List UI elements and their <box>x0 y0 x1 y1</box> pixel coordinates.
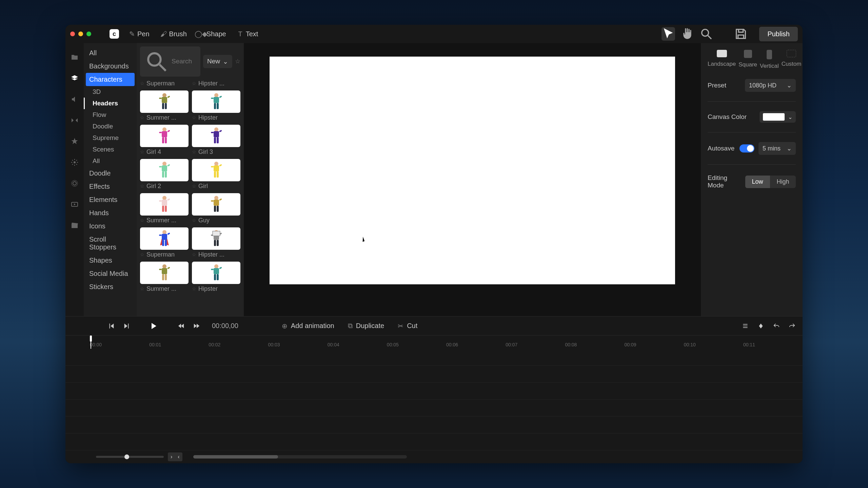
canvas-area[interactable] <box>244 43 701 316</box>
timeline-forward-button[interactable] <box>193 323 200 329</box>
rail-settings-icon[interactable] <box>71 158 79 166</box>
asset-card[interactable]: ☆Superman <box>140 80 189 87</box>
category-all[interactable]: All <box>84 46 137 60</box>
zoom-slider[interactable] <box>96 456 164 458</box>
playhead[interactable] <box>90 336 92 342</box>
timeline-ruler[interactable]: 00:0000:0100:0200:0300:0400:0500:0600:07… <box>65 335 803 349</box>
subcategory-supreme[interactable]: Supreme <box>84 132 137 144</box>
asset-favorite-filter[interactable]: ☆ <box>235 58 240 65</box>
subcategory-flow[interactable]: Flow <box>84 109 137 121</box>
rail-clapper-icon[interactable] <box>71 221 79 229</box>
subcategory-doodle[interactable]: Doodle <box>84 121 137 132</box>
rail-record-icon[interactable] <box>71 179 79 187</box>
category-scroll-stoppers[interactable]: Scroll Stoppers <box>84 233 137 254</box>
category-doodle[interactable]: Doodle <box>84 167 137 180</box>
favorite-star-icon[interactable]: ☆ <box>192 183 196 189</box>
rail-transition-icon[interactable] <box>71 116 79 124</box>
favorite-star-icon[interactable]: ☆ <box>140 183 144 189</box>
category-hands[interactable]: Hands <box>84 206 137 220</box>
category-effects[interactable]: Effects <box>84 180 137 193</box>
asset-card[interactable]: ☆Girl 2 <box>140 159 189 190</box>
category-characters[interactable]: Characters <box>86 73 135 86</box>
favorite-star-icon[interactable]: ☆ <box>140 115 144 120</box>
asset-card[interactable]: ☆Summer ... <box>140 262 189 292</box>
category-shapes[interactable]: Shapes <box>84 254 137 267</box>
editing-mode-high[interactable]: High <box>770 176 796 188</box>
asset-card[interactable]: ☆Summer ... <box>140 193 189 224</box>
rail-layers-icon[interactable] <box>71 74 79 82</box>
favorite-star-icon[interactable]: ☆ <box>192 252 196 257</box>
asset-card[interactable]: ☆Girl <box>192 159 240 190</box>
category-stickers[interactable]: Stickers <box>84 280 137 293</box>
rail-video-icon[interactable] <box>71 200 79 208</box>
favorite-star-icon[interactable]: ☆ <box>140 286 144 291</box>
timeline-next-frame-button[interactable] <box>123 322 131 330</box>
asset-card[interactable]: ☆Summer ... <box>140 90 189 121</box>
favorite-star-icon[interactable]: ☆ <box>140 149 144 155</box>
orientation-ls[interactable]: Landscape <box>708 50 736 69</box>
favorite-star-icon[interactable]: ☆ <box>192 286 196 291</box>
rail-star-icon[interactable] <box>71 137 79 145</box>
asset-card[interactable]: ☆Guy <box>192 193 240 224</box>
asset-sort-dropdown[interactable]: New ⌄ <box>203 55 232 68</box>
pointer-tool-button[interactable] <box>662 27 675 41</box>
favorite-star-icon[interactable]: ☆ <box>140 252 144 257</box>
timeline-undo-button[interactable] <box>773 323 780 329</box>
zoom-in-button[interactable]: ‹ <box>175 452 182 461</box>
timeline-redo-button[interactable] <box>788 323 796 329</box>
orientation-cu[interactable]: Custom <box>782 50 802 69</box>
timeline-list-icon[interactable] <box>742 323 749 329</box>
asset-card[interactable]: ☆Hipster ... <box>192 227 240 258</box>
favorite-star-icon[interactable]: ☆ <box>192 218 196 223</box>
close-window-button[interactable] <box>70 32 75 36</box>
category-social-media[interactable]: Social Media <box>84 267 137 280</box>
rail-folder-icon[interactable] <box>71 53 79 61</box>
timeline-add-animation-button[interactable]: ⊕Add animation <box>282 322 334 330</box>
timeline-cut-button[interactable]: ✂Cut <box>398 322 417 330</box>
tool-text[interactable]: TText <box>238 30 258 38</box>
asset-card[interactable]: ☆Superman <box>140 227 189 258</box>
tool-shape[interactable]: ◯◆Shape <box>198 30 226 38</box>
asset-card[interactable]: ☆Girl 3 <box>192 125 240 156</box>
save-button[interactable] <box>734 27 748 41</box>
canvas[interactable] <box>270 57 675 284</box>
asset-card[interactable]: ☆Hipster ... <box>192 80 240 87</box>
timeline-play-button[interactable] <box>150 323 158 329</box>
asset-card[interactable]: ☆Hipster <box>192 90 240 121</box>
timeline-keyframe-icon[interactable] <box>757 322 765 330</box>
autosave-interval-dropdown[interactable]: 5 mins ⌄ <box>758 142 796 155</box>
favorite-star-icon[interactable]: ☆ <box>192 115 196 120</box>
preset-dropdown[interactable]: 1080p HD ⌄ <box>745 79 796 92</box>
subcategory-scenes[interactable]: Scenes <box>84 144 137 155</box>
maximize-window-button[interactable] <box>86 32 91 36</box>
tool-brush[interactable]: 🖌Brush <box>161 30 187 38</box>
asset-card[interactable]: ☆Girl 4 <box>140 125 189 156</box>
category-icons[interactable]: Icons <box>84 220 137 233</box>
subcategory-headers[interactable]: Headers <box>84 98 137 109</box>
favorite-star-icon[interactable]: ☆ <box>140 218 144 223</box>
timeline-rewind-button[interactable] <box>177 323 185 329</box>
search-button[interactable] <box>699 27 713 41</box>
canvas-color-picker[interactable]: ⌄ <box>760 111 796 123</box>
tool-pen[interactable]: ✎Pen <box>129 30 150 38</box>
zoom-out-button[interactable]: › <box>168 452 175 461</box>
subcategory-3d[interactable]: 3D <box>84 86 137 98</box>
favorite-star-icon[interactable]: ☆ <box>140 81 144 86</box>
rail-audio-icon[interactable] <box>71 95 79 103</box>
orientation-sq[interactable]: Square <box>738 50 757 69</box>
publish-button[interactable]: Publish <box>759 27 798 41</box>
autosave-toggle[interactable] <box>739 144 754 152</box>
category-backgrounds[interactable]: Backgrounds <box>84 60 137 73</box>
asset-card[interactable]: ☆Hipster <box>192 262 240 292</box>
hand-tool-button[interactable] <box>680 27 694 41</box>
editing-mode-low[interactable]: Low <box>745 176 770 188</box>
timeline-scrollbar[interactable] <box>193 455 407 459</box>
timeline-prev-frame-button[interactable] <box>107 322 115 330</box>
category-elements[interactable]: Elements <box>84 193 137 206</box>
minimize-window-button[interactable] <box>78 32 83 36</box>
asset-search-input[interactable] <box>172 58 196 65</box>
favorite-star-icon[interactable]: ☆ <box>192 81 196 86</box>
asset-search[interactable] <box>140 46 200 77</box>
subcategory-all[interactable]: All <box>84 155 137 167</box>
timeline-duplicate-button[interactable]: ⧉Duplicate <box>348 322 384 330</box>
